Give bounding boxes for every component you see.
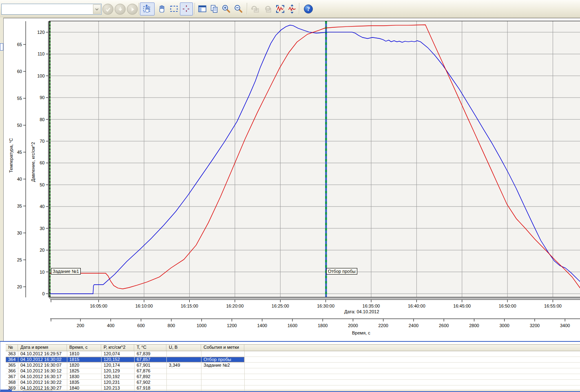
table-cell[interactable]: 67,892 <box>134 374 166 379</box>
table-cell[interactable]: 67,839 <box>134 351 166 357</box>
table-cell[interactable]: 3,349 <box>166 363 201 368</box>
table-cell[interactable]: 367 <box>6 374 18 379</box>
table-cell[interactable]: 1825 <box>67 368 101 374</box>
toolbar-separator <box>139 3 139 14</box>
table-row[interactable]: 36304.10.2012 16:29:571810120,07467,839 <box>6 351 580 357</box>
check-icon <box>105 6 111 13</box>
table-cell[interactable]: 67,857 <box>134 357 166 362</box>
table-row[interactable]: 36804.10.2012 16:30:221835120,23167,902 <box>6 380 580 385</box>
crosshair-tool-button[interactable] <box>180 2 193 16</box>
event-label-sample[interactable]: Отбор пробы <box>326 268 357 275</box>
time-tick-label: 16:30:00 <box>317 303 334 308</box>
table-header: №Дата и времяВремя, сP, кгс/см^2T, °CU, … <box>6 344 580 351</box>
table-cell[interactable]: 368 <box>6 380 18 385</box>
table-cell[interactable]: 120,074 <box>101 351 134 357</box>
pressure-tick-label: 20 <box>40 248 44 252</box>
play-button[interactable] <box>127 4 138 15</box>
column-header[interactable]: Время, с <box>67 345 101 351</box>
table-cell[interactable]: 1815 <box>67 357 101 362</box>
table-cell[interactable]: 04.10.2012 16:30:12 <box>18 368 67 374</box>
table-cell[interactable] <box>166 374 201 379</box>
column-header[interactable]: P, кгс/см^2 <box>101 345 134 351</box>
fit-vertical-icon <box>287 4 297 14</box>
table-cell[interactable]: 365 <box>6 363 18 368</box>
table-cell[interactable]: 366 <box>6 368 18 374</box>
table-cell[interactable] <box>166 368 201 374</box>
hand-icon <box>157 4 167 14</box>
table-cell[interactable]: 04.10.2012 16:30:02 <box>18 357 67 362</box>
table-cell[interactable]: Отбор пробы <box>201 357 244 362</box>
table-cell[interactable]: Задание №2 <box>201 363 244 368</box>
chart-canvas[interactable]: 6560555045403530252012011010090807060504… <box>4 18 580 341</box>
table-cell[interactable]: 1835 <box>67 380 101 385</box>
table-cell[interactable]: 120,174 <box>101 363 134 368</box>
column-header[interactable]: T, °C <box>134 345 166 351</box>
seconds-axis <box>50 319 580 322</box>
table-cell[interactable]: 04.10.2012 16:30:17 <box>18 374 67 379</box>
table-cell[interactable]: 04.10.2012 16:30:07 <box>18 363 67 368</box>
column-header[interactable]: Дата и время <box>18 345 67 351</box>
event-label-task1[interactable]: Задание №1 <box>51 268 81 275</box>
pressure-tick-label: 0 <box>42 291 44 296</box>
time-axis-labels: 16:05:0016:10:0016:15:0016:20:0016:25:00… <box>90 303 562 308</box>
column-header[interactable]: События и метки <box>201 345 244 351</box>
table-row[interactable]: 36504.10.2012 16:30:071820120,17467,9013… <box>6 363 580 368</box>
table-cell[interactable]: 04.10.2012 16:29:57 <box>18 351 67 357</box>
table-row[interactable]: 36604.10.2012 16:30:121825120,12967,876 <box>6 368 580 374</box>
table-cell[interactable] <box>166 380 201 385</box>
temp-tick-label: 60 <box>17 69 22 74</box>
table-cell[interactable]: 363 <box>6 351 18 357</box>
table-cell[interactable] <box>166 357 201 362</box>
redo-zoom-button[interactable] <box>261 2 273 16</box>
copy-button[interactable] <box>208 2 220 16</box>
table-cell[interactable]: 67,901 <box>134 363 166 368</box>
toolbar-separator <box>247 3 248 14</box>
history-combobox-input[interactable] <box>2 5 95 13</box>
zoom-region-button[interactable] <box>168 2 180 16</box>
copy-icon <box>209 4 219 14</box>
undo-zoom-button[interactable] <box>249 2 261 16</box>
table-cell[interactable]: 120,192 <box>101 374 134 379</box>
table-cell[interactable]: 364 <box>6 357 18 362</box>
fit-horizontal-button[interactable] <box>274 2 286 16</box>
table-cell[interactable]: 1830 <box>67 374 101 379</box>
table-cell[interactable]: 120,231 <box>101 380 134 385</box>
table-cell[interactable]: 120,129 <box>101 368 134 374</box>
column-header[interactable]: U, В <box>166 345 201 351</box>
help-button[interactable]: ? <box>302 2 314 16</box>
show-table-panel-button[interactable] <box>196 2 208 16</box>
table-cell[interactable]: 67,902 <box>134 380 166 385</box>
table-cell[interactable]: 120,152 <box>101 357 134 362</box>
seconds-tick-label: 1400 <box>257 323 267 328</box>
column-header[interactable]: № <box>6 345 18 351</box>
dock-handle[interactable] <box>0 43 3 51</box>
crosshair-icon <box>182 4 191 14</box>
table-cell[interactable] <box>166 351 201 357</box>
pan-tool-button[interactable] <box>140 2 155 16</box>
zoom-in-button[interactable] <box>220 2 232 16</box>
zoom-out-button[interactable] <box>232 2 245 16</box>
table-row[interactable]: 36704.10.2012 16:30:171830120,19267,892 <box>6 374 580 380</box>
hand-tool-button[interactable] <box>155 2 168 16</box>
apply-button[interactable] <box>102 4 113 15</box>
table-cell[interactable] <box>201 374 244 379</box>
pressure-tick-label: 80 <box>40 117 44 122</box>
toolbar-separator <box>195 3 195 14</box>
fit-vertical-button[interactable] <box>286 2 298 16</box>
download-button[interactable] <box>115 4 126 15</box>
plot-area[interactable] <box>49 21 580 297</box>
column-separator <box>18 351 18 391</box>
table-cell[interactable]: 67,876 <box>134 368 166 374</box>
history-combobox[interactable] <box>1 4 102 15</box>
pressure-tick-label: 70 <box>40 139 44 144</box>
table-cell[interactable] <box>201 380 244 385</box>
table-cell[interactable] <box>201 368 244 374</box>
table-cell[interactable]: 1820 <box>67 363 101 368</box>
table-cell[interactable] <box>201 351 244 357</box>
table-row[interactable]: 36404.10.2012 16:30:021815120,15267,857О… <box>6 357 580 363</box>
table-cell[interactable]: 04.10.2012 16:30:22 <box>18 380 67 385</box>
time-tick-label: 16:40:00 <box>408 303 425 308</box>
table-cell[interactable]: 1810 <box>67 351 101 357</box>
zoom-out-icon <box>234 4 244 14</box>
combobox-dropdown-button[interactable] <box>93 4 101 14</box>
